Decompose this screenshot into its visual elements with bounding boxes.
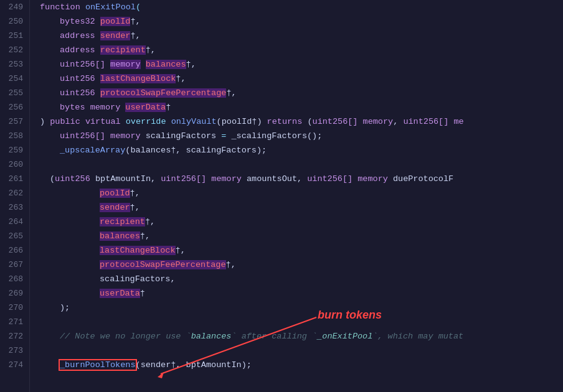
code-line-268: scalingFactors,: [30, 272, 563, 286]
code-line-272: // Note we no longer use `balances` afte…: [30, 329, 563, 343]
code-line-252: address recipient†,: [30, 43, 563, 57]
code-line-264: recipient†,: [30, 215, 563, 229]
svg-marker-1: [158, 372, 164, 378]
code-line-269: userData†: [30, 286, 563, 301]
burn-tokens-annotation: burn tokens: [318, 309, 382, 322]
code-line-260: [30, 157, 563, 172]
code-editor: 249 250 251 252 253 254 255 256 257 258 …: [0, 0, 563, 392]
code-line-266: lastChangeBlock†,: [30, 243, 563, 258]
code-line-251: address sender†,: [30, 29, 563, 43]
code-line-256: bytes memory userData†: [30, 100, 563, 114]
code-line-249: function onExitPool(: [30, 0, 563, 14]
code-line-270: );: [30, 301, 563, 315]
code-line-274: _burnPoolTokens(sender†, bptAmountIn);: [30, 358, 563, 372]
code-line-255: uint256 protocolSwapFeePercentage†,: [30, 86, 563, 100]
code-line-262: poolId†,: [30, 186, 563, 200]
code-line-267: protocolSwapFeePercentage†,: [30, 258, 563, 272]
code-line-271: [30, 315, 563, 329]
code-content: function onExitPool( bytes32 poolId†, ad…: [30, 0, 563, 392]
code-line-261: (uint256 bptAmountIn, uint256[] memory a…: [30, 172, 563, 186]
code-line-273: [30, 343, 563, 358]
code-line-250: bytes32 poolId†,: [30, 14, 563, 29]
code-line-253: uint256[] memory balances†,: [30, 57, 563, 72]
code-line-258: uint256[] memory scalingFactors = _scali…: [30, 129, 563, 143]
code-line-265: balances†,: [30, 229, 563, 243]
code-line-257: ) public virtual override onlyVault(pool…: [30, 114, 563, 129]
code-line-254: uint256 lastChangeBlock†,: [30, 72, 563, 86]
line-numbers: 249 250 251 252 253 254 255 256 257 258 …: [0, 0, 30, 392]
code-line-259: _upscaleArray(balances†, scalingFactors)…: [30, 143, 563, 157]
code-line-263: sender†,: [30, 200, 563, 215]
